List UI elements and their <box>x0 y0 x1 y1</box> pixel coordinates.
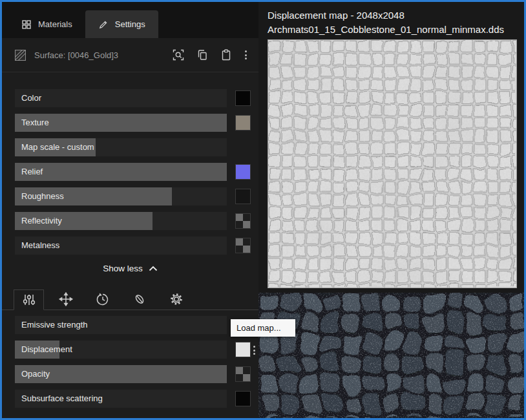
move-icon <box>59 292 73 306</box>
reflectivity-row: Reflectivity <box>15 212 251 230</box>
color-row: Color <box>15 89 251 107</box>
tool-tab-settings[interactable] <box>161 289 191 310</box>
reflectivity-slider[interactable]: Reflectivity <box>15 212 227 230</box>
reflectivity-swatch[interactable] <box>235 213 251 229</box>
tab-materials-label: Materials <box>38 19 72 29</box>
cobblestone-render <box>258 293 524 418</box>
preview-title: Displacement map - 2048x2048 <box>268 2 524 21</box>
subsurface-scattering-swatch[interactable] <box>235 391 251 406</box>
copy-button[interactable] <box>196 48 209 61</box>
roughness-row: Roughness <box>15 187 251 205</box>
paste-button[interactable] <box>220 48 233 61</box>
opacity-row: Opacity <box>15 365 251 383</box>
tool-tab-bar <box>2 289 258 310</box>
displacement-label: Displacement <box>21 341 72 359</box>
show-less-label: Show less <box>103 264 143 273</box>
displacement-slider[interactable]: Displacement <box>15 341 227 359</box>
tool-tab-sliders[interactable] <box>14 289 44 310</box>
map-scale-slider[interactable]: Map scale - custom <box>15 138 227 156</box>
history-icon <box>96 292 110 306</box>
gear-icon <box>169 292 184 306</box>
metalness-swatch[interactable] <box>235 238 251 253</box>
material-editor-window: Materials Settings Surface: [0046_ <box>0 0 526 420</box>
surface-toolbar <box>172 48 248 61</box>
relief-swatch[interactable] <box>235 164 251 180</box>
surface-header: Surface: [0046_Gold]3 <box>2 38 258 72</box>
texture-row: Texture <box>15 114 251 132</box>
subsurface-scattering-row: Subsurface scattering <box>15 390 251 408</box>
relief-label: Relief <box>21 163 43 181</box>
emissive-strength-row: Emissive strength <box>15 316 251 334</box>
chevron-up-icon <box>149 266 158 271</box>
tab-settings-label: Settings <box>115 19 145 29</box>
grid-icon <box>21 19 32 30</box>
tool-tab-leaf[interactable] <box>124 289 154 310</box>
displacement-preview-popup: Displacement map - 2048x2048 Archmats01_… <box>258 2 524 293</box>
color-slider[interactable]: Color <box>15 89 227 107</box>
reflectivity-label: Reflectivity <box>21 212 62 230</box>
render-viewport[interactable] <box>258 293 524 418</box>
property-list-extra: Emissive strength Displacement Opacity <box>2 310 258 408</box>
relief-slider[interactable]: Relief <box>15 163 227 181</box>
material-swatch-icon <box>15 50 26 61</box>
tool-tab-move[interactable] <box>50 289 81 310</box>
roughness-label: Roughness <box>21 187 64 205</box>
relief-row: Relief <box>15 163 251 181</box>
map-scale-label: Map scale - custom <box>21 138 94 156</box>
panel-tab-bar: Materials Settings <box>2 2 258 38</box>
subsurface-scattering-slider[interactable]: Subsurface scattering <box>15 390 227 408</box>
texture-label: Texture <box>21 114 49 132</box>
load-map-label: Load map... <box>237 323 281 333</box>
tab-materials[interactable]: Materials <box>8 10 85 38</box>
leaf-icon <box>132 292 147 306</box>
roughness-slider[interactable]: Roughness <box>15 187 227 205</box>
settings-panel: Materials Settings Surface: [0046_ <box>2 2 258 418</box>
displacement-map-image <box>268 39 517 288</box>
displacement-swatch[interactable] <box>235 342 251 357</box>
property-list-main: Color Texture Map scale - custom <box>2 72 258 255</box>
more-options-button[interactable] <box>244 49 248 61</box>
opacity-label: Opacity <box>21 365 50 383</box>
tab-settings[interactable]: Settings <box>85 10 158 38</box>
pencil-icon <box>98 19 109 30</box>
show-less-button[interactable]: Show less <box>2 261 258 275</box>
surface-name: Surface: [0046_Gold]3 <box>34 50 172 60</box>
load-map-menu-item[interactable]: Load map... <box>231 319 295 337</box>
displacement-menu-button[interactable] <box>252 344 257 356</box>
texture-swatch[interactable] <box>235 115 251 131</box>
displacement-row: Displacement <box>15 341 251 359</box>
texture-slider[interactable]: Texture <box>15 114 227 132</box>
metalness-label: Metalness <box>21 236 59 255</box>
color-label: Color <box>21 89 41 107</box>
pick-material-button[interactable] <box>172 48 185 61</box>
map-scale-row: Map scale - custom <box>15 138 251 156</box>
opacity-slider[interactable]: Opacity <box>15 365 227 383</box>
opacity-swatch[interactable] <box>235 366 251 382</box>
preview-filename: Archmats01_15_Cobblestone_01_normal_minm… <box>268 21 524 35</box>
preview-panel: Displacement map - 2048x2048 Archmats01_… <box>258 2 524 418</box>
emissive-strength-slider[interactable]: Emissive strength <box>15 316 227 334</box>
color-swatch[interactable] <box>235 90 251 106</box>
subsurface-scattering-label: Subsurface scattering <box>21 390 103 408</box>
sliders-icon <box>22 293 36 307</box>
tool-tab-history[interactable] <box>87 289 118 310</box>
metalness-slider[interactable]: Metalness <box>15 236 227 255</box>
metalness-row: Metalness <box>15 236 251 255</box>
roughness-swatch[interactable] <box>235 189 251 204</box>
emissive-strength-label: Emissive strength <box>21 316 88 334</box>
